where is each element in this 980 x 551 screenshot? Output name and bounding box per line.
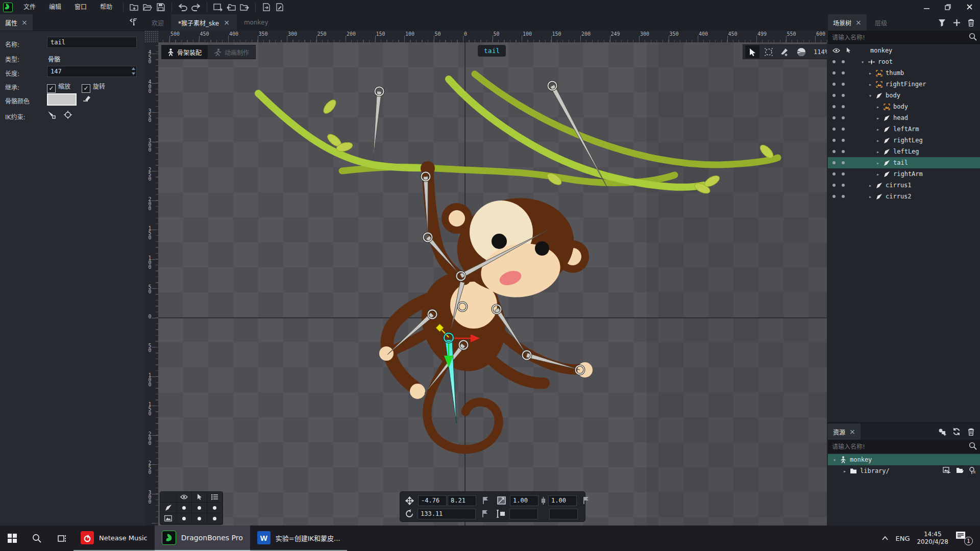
checkbox-checked-icon[interactable]: ✓: [82, 84, 90, 93]
scene-tree-row-tail[interactable]: ▸tail: [828, 157, 980, 168]
scene-tree-row-leftleg[interactable]: ▸leftLeg: [828, 146, 980, 157]
expand-arrow-icon[interactable]: ▸: [869, 194, 875, 199]
scene-tree-row-body[interactable]: ▾body: [828, 90, 980, 101]
refresh-resources-icon[interactable]: [950, 425, 963, 438]
scene-tree-row-rightarm[interactable]: ▸rightArm: [828, 168, 980, 180]
bones-selectable-dot[interactable]: [192, 503, 207, 513]
row-toggle-dots[interactable]: [828, 112, 851, 123]
open-project-icon[interactable]: [141, 2, 154, 13]
pin-r-icon[interactable]: R: [969, 467, 976, 474]
eye-column-icon[interactable]: [177, 492, 192, 503]
scene-tree-row-cirrus2[interactable]: ▸cirrus2: [828, 191, 980, 202]
expand-arrow-icon[interactable]: ▸: [876, 160, 883, 166]
tab-scene-tree[interactable]: 场景树 ×: [828, 14, 867, 31]
rotation-key-flag-icon[interactable]: [482, 510, 488, 518]
length-stepper[interactable]: [131, 66, 136, 76]
row-toggle-dots[interactable]: [828, 180, 851, 191]
export-file-icon[interactable]: [238, 2, 251, 13]
expand-arrow-icon[interactable]: ▸: [869, 183, 875, 188]
row-toggle-dots[interactable]: [828, 135, 851, 146]
skew-y-field[interactable]: [549, 509, 578, 519]
search-icon[interactable]: [969, 442, 977, 450]
menu-item-1[interactable]: 编辑: [42, 0, 68, 14]
row-toggle-dots[interactable]: [828, 191, 851, 202]
expand-arrow-icon[interactable]: ▸: [876, 115, 883, 121]
tab-resources[interactable]: 资源 ×: [828, 423, 861, 440]
inherit-rotate-checkbox[interactable]: ✓旋转: [82, 82, 105, 93]
bone-needle[interactable]: [373, 91, 381, 160]
bone-needle[interactable]: [424, 177, 428, 235]
scene-tree-row-root[interactable]: ▾root: [828, 56, 980, 67]
row-toggle-dots[interactable]: [828, 56, 851, 67]
redo-icon[interactable]: [189, 2, 203, 13]
bones-visible-dot[interactable]: [177, 503, 192, 513]
texture-import-icon[interactable]: [943, 467, 951, 473]
pin-panel-icon[interactable]: [129, 18, 138, 26]
expand-arrow-icon[interactable]: ▸: [869, 82, 875, 87]
close-scene-tree-icon[interactable]: ×: [855, 18, 862, 27]
menu-item-2[interactable]: 窗口: [68, 0, 93, 14]
scene-tree-row-body[interactable]: ▸body: [828, 101, 980, 112]
expand-arrow-icon[interactable]: ▸: [876, 149, 883, 155]
pointer-column-icon[interactable]: [192, 492, 207, 503]
close-button[interactable]: [959, 0, 980, 14]
close-resources-icon[interactable]: ×: [849, 428, 855, 436]
name-input[interactable]: [47, 37, 137, 48]
stage-viewport[interactable]: 骨架装配 动画制作 tail 114%: [158, 42, 827, 525]
delete-resource-trash-icon[interactable]: [965, 425, 977, 438]
checkbox-checked-icon[interactable]: ✓: [47, 84, 56, 93]
pointer-tool-icon[interactable]: [745, 45, 760, 58]
create-bone-brush-icon[interactable]: [778, 45, 792, 58]
close-tab-icon[interactable]: ×: [224, 18, 230, 27]
minimize-button[interactable]: [916, 0, 937, 14]
images-visible-dot[interactable]: [177, 513, 192, 524]
import-stage-icon[interactable]: [211, 2, 225, 13]
doc-tab-1[interactable]: *猴子素材_ske×: [171, 14, 237, 31]
tab-animation-mode[interactable]: 动画制作: [208, 45, 255, 59]
scene-tree-row-rightfinger[interactable]: ▸rightFinger: [828, 79, 980, 90]
row-toggle-dots[interactable]: [828, 123, 851, 135]
images-detail-dot[interactable]: [207, 513, 223, 524]
start-button[interactable]: [0, 525, 24, 551]
resource-search-input[interactable]: [831, 441, 961, 453]
taskbar-search-button[interactable]: [24, 525, 49, 551]
display-mode-pie-icon[interactable]: [794, 45, 808, 58]
inherit-scale-checkbox[interactable]: ✓缩放: [47, 82, 70, 93]
expand-arrow-icon[interactable]: ▸: [876, 127, 883, 132]
menu-item-3[interactable]: 帮助: [93, 0, 119, 14]
publish-icon[interactable]: [260, 2, 273, 13]
taskbar-app-word[interactable]: W 实验=创建IK和蒙皮...: [250, 525, 348, 551]
undo-icon[interactable]: [176, 2, 189, 13]
scale-x-field[interactable]: [510, 495, 538, 506]
row-toggle-dots[interactable]: [828, 465, 851, 477]
row-toggle-dots[interactable]: [828, 79, 851, 90]
restore-button[interactable]: [937, 0, 959, 14]
delete-node-trash-icon[interactable]: [965, 16, 977, 29]
marquee-select-icon[interactable]: [762, 45, 776, 58]
doc-tab-0[interactable]: 欢迎: [144, 14, 171, 31]
expand-arrow-icon[interactable]: ▸: [869, 70, 875, 76]
bone-color-swatch[interactable]: [47, 93, 77, 106]
hidden-icons-chevron[interactable]: [882, 536, 888, 540]
bones-detail-dot[interactable]: [207, 503, 223, 513]
open-folder-icon[interactable]: [956, 467, 964, 473]
taskbar-app-netease[interactable]: Netease Music: [74, 525, 155, 551]
search-icon[interactable]: [969, 33, 977, 41]
save-icon[interactable]: [154, 2, 167, 13]
menu-item-0[interactable]: 文件: [17, 0, 42, 14]
row-toggle-dots[interactable]: [828, 146, 851, 157]
scale-link-toggle-icon[interactable]: [540, 497, 547, 505]
scene-tree-search-input[interactable]: [831, 32, 961, 43]
resource-row-library[interactable]: ▸library/R: [828, 465, 980, 477]
taskbar-app-dragonbones[interactable]: DragonBones Pro: [155, 525, 250, 551]
position-key-flag-icon[interactable]: [482, 496, 489, 505]
tab-hierarchy[interactable]: 层级: [870, 14, 892, 31]
expand-arrow-icon[interactable]: ▸: [876, 138, 883, 143]
length-input[interactable]: [47, 66, 137, 77]
bone-needle[interactable]: [550, 85, 607, 188]
row-toggle-dots[interactable]: [828, 168, 851, 180]
row-toggle-dots[interactable]: [828, 454, 851, 465]
filter-funnel-icon[interactable]: [936, 16, 948, 29]
doc-tab-2[interactable]: monkey: [237, 14, 276, 31]
position-y-field[interactable]: [448, 495, 476, 506]
